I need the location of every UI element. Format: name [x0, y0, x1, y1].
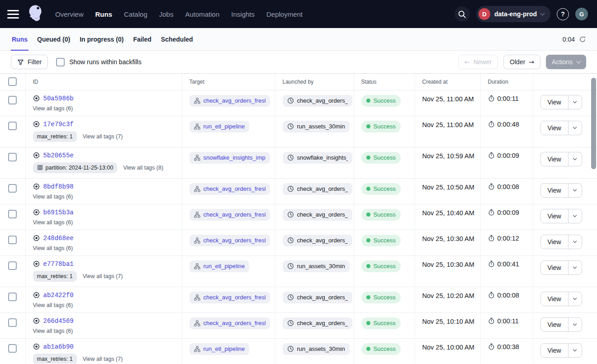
launched-by-pill[interactable]: check_avg_orders_f…: [283, 209, 352, 221]
run-id-link[interactable]: ab2422f0: [43, 292, 74, 299]
tab-queued-0[interactable]: Queued (0): [36, 28, 71, 50]
tab-scheduled[interactable]: Scheduled: [160, 28, 194, 50]
view-all-tags-link[interactable]: View all tags (6): [33, 219, 73, 226]
newer-button[interactable]: ← Newer: [458, 55, 498, 69]
nav-item-insights[interactable]: Insights: [231, 10, 255, 18]
target-pill[interactable]: check_avg_orders_freshne: [190, 292, 270, 303]
run-tag-pill[interactable]: max_retries: 1: [33, 354, 77, 364]
view-all-tags-link[interactable]: View all tags (6): [33, 194, 73, 200]
run-id-link[interactable]: b6915b3a: [43, 209, 74, 216]
launched-by-pill[interactable]: check_avg_orders_f…: [283, 183, 352, 195]
target-pill[interactable]: snowflake_insights_import: [190, 152, 270, 164]
view-button[interactable]: View: [541, 95, 569, 109]
dagster-logo-icon[interactable]: [26, 4, 46, 24]
view-dropdown-button[interactable]: [569, 184, 582, 197]
row-checkbox[interactable]: [8, 122, 17, 130]
hamburger-menu-icon[interactable]: [7, 7, 21, 21]
row-checkbox[interactable]: [8, 318, 17, 327]
view-all-tags-link[interactable]: View all tags (7): [83, 356, 123, 362]
view-all-tags-link[interactable]: View all tags (6): [33, 105, 73, 112]
view-button[interactable]: View: [541, 292, 569, 306]
run-id-link[interactable]: 17e79c3f: [43, 121, 74, 128]
view-dropdown-button[interactable]: [569, 344, 582, 357]
view-dropdown-button[interactable]: [569, 152, 582, 166]
run-id-link[interactable]: 266d4569: [43, 317, 74, 325]
actions-button[interactable]: Actions: [546, 55, 586, 69]
view-dropdown-button[interactable]: [569, 95, 582, 109]
nav-item-automation[interactable]: Automation: [185, 10, 219, 18]
nav-item-jobs[interactable]: Jobs: [159, 10, 174, 18]
launched-by-pill[interactable]: snowflake_insights_…: [283, 152, 352, 164]
run-id-link[interactable]: e7778ba1: [43, 260, 74, 268]
view-button[interactable]: View: [541, 235, 569, 249]
run-id-link[interactable]: ab1a6b90: [43, 343, 74, 350]
user-avatar[interactable]: G: [575, 8, 588, 20]
view-button[interactable]: View: [541, 261, 569, 274]
target-pill[interactable]: run_etl_pipeline: [190, 260, 250, 272]
row-checkbox[interactable]: [8, 236, 17, 244]
target-pill[interactable]: check_avg_orders_freshne: [190, 317, 270, 329]
view-all-tags-link[interactable]: View all tags (7): [83, 273, 123, 279]
view-dropdown-button[interactable]: [569, 318, 582, 331]
launched-by-pill[interactable]: run_assets_30min: [283, 343, 350, 355]
launched-by-pill[interactable]: check_avg_orders_f…: [283, 317, 352, 329]
launched-by-pill[interactable]: run_assets_30min: [283, 260, 350, 272]
view-button[interactable]: View: [541, 152, 569, 166]
run-id-link[interactable]: 8bdf8b98: [43, 183, 74, 190]
refresh-button[interactable]: [579, 36, 586, 43]
view-button[interactable]: View: [541, 318, 569, 331]
view-all-tags-link[interactable]: View all tags (7): [83, 133, 123, 140]
view-button[interactable]: View: [541, 121, 569, 135]
search-button[interactable]: [455, 6, 470, 22]
target-pill[interactable]: run_etl_pipeline: [190, 343, 250, 355]
launched-by-pill[interactable]: run_assets_30min: [283, 121, 350, 132]
backfills-checkbox[interactable]: [56, 58, 65, 66]
run-tag-pill[interactable]: max_retries: 1: [33, 271, 77, 282]
filter-button[interactable]: Filter: [11, 55, 48, 69]
run-id-link[interactable]: 50a5986b: [43, 95, 74, 102]
view-all-tags-link[interactable]: View all tags (8): [123, 165, 163, 171]
view-dropdown-button[interactable]: [569, 121, 582, 135]
view-all-tags-link[interactable]: View all tags (6): [33, 328, 73, 334]
nav-item-overview[interactable]: Overview: [55, 10, 84, 18]
row-checkbox[interactable]: [8, 344, 17, 353]
row-checkbox[interactable]: [8, 210, 17, 218]
help-button[interactable]: ?: [557, 8, 569, 20]
nav-item-catalog[interactable]: Catalog: [124, 10, 147, 18]
run-tag-pill[interactable]: max_retries: 1: [33, 131, 77, 142]
view-dropdown-button[interactable]: [569, 292, 582, 306]
run-id-link[interactable]: 5b20655e: [43, 152, 74, 159]
target-pill[interactable]: check_avg_orders_freshne: [190, 95, 270, 107]
select-all-checkbox[interactable]: [8, 77, 17, 86]
row-checkbox[interactable]: [8, 153, 17, 161]
view-button[interactable]: View: [541, 209, 569, 223]
row-checkbox[interactable]: [8, 293, 17, 301]
tab-in-progress-0[interactable]: In progress (0): [79, 28, 124, 50]
older-button[interactable]: Older →: [503, 55, 540, 69]
target-pill[interactable]: check_avg_orders_freshne: [190, 235, 270, 246]
view-button[interactable]: View: [541, 184, 569, 197]
view-all-tags-link[interactable]: View all tags (6): [33, 245, 73, 251]
row-checkbox[interactable]: [8, 96, 17, 104]
run-tag-pill[interactable]: partition: 2024-11-25-13:00: [33, 162, 118, 173]
view-dropdown-button[interactable]: [569, 235, 582, 249]
view-button[interactable]: View: [541, 344, 569, 357]
target-pill[interactable]: run_etl_pipeline: [190, 121, 250, 132]
nav-item-runs[interactable]: Runs: [95, 10, 113, 18]
run-id-link[interactable]: 248d68ee: [43, 235, 74, 242]
launched-by-pill[interactable]: check_avg_orders_f…: [283, 292, 352, 303]
launched-by-pill[interactable]: check_avg_orders_f…: [283, 95, 352, 107]
tab-runs[interactable]: Runs: [11, 28, 28, 50]
target-pill[interactable]: check_avg_orders_freshne: [190, 183, 270, 195]
tab-failed[interactable]: Failed: [132, 28, 152, 50]
nav-item-deployment[interactable]: Deployment: [266, 10, 303, 18]
vertical-scrollbar-thumb[interactable]: [591, 78, 596, 169]
row-checkbox[interactable]: [8, 184, 17, 193]
target-pill[interactable]: check_avg_orders_freshne: [190, 209, 270, 221]
view-all-tags-link[interactable]: View all tags (6): [33, 302, 73, 308]
view-dropdown-button[interactable]: [569, 261, 582, 274]
launched-by-pill[interactable]: check_avg_orders_f…: [283, 235, 352, 246]
deployment-switcher[interactable]: D data-eng-prod: [476, 6, 550, 22]
row-checkbox[interactable]: [8, 261, 17, 270]
view-dropdown-button[interactable]: [569, 209, 582, 223]
